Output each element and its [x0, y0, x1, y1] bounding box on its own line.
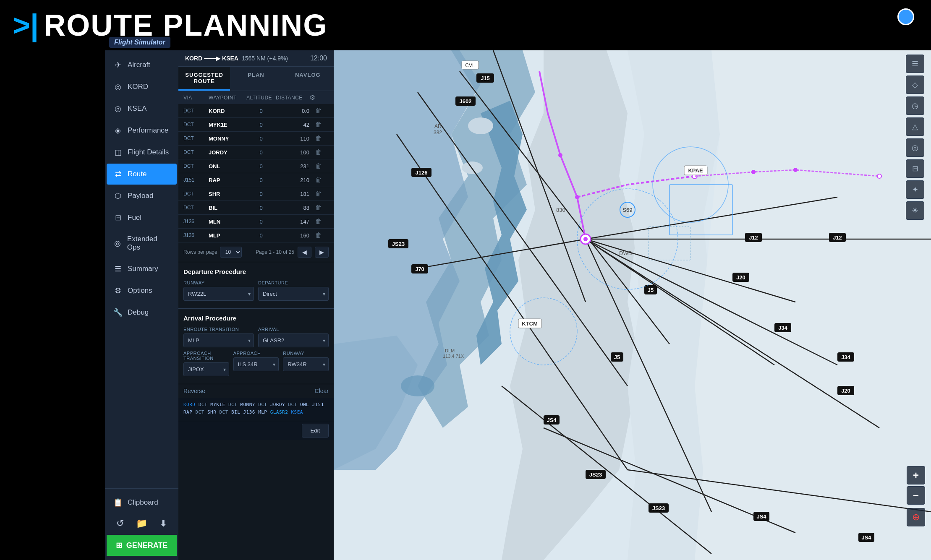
approach-field: Approach ILS 34R	[233, 351, 279, 376]
row-via: J151	[183, 177, 209, 183]
sidebar-item-fuel[interactable]: ⊟ Fuel	[107, 207, 177, 228]
main-panel: KORD ——▶ KSEA 1565 NM (+4.9%) 12:00 Sugg…	[178, 50, 334, 560]
enroute-transition-select[interactable]: MLP	[183, 333, 254, 347]
prev-page-button[interactable]: ◀	[298, 247, 311, 258]
arrival-procedure-title: Arrival Procedure	[183, 315, 329, 322]
departure-field: Departure Direct	[258, 280, 329, 301]
sidebar-item-flight-details[interactable]: ◫ Flight Details	[107, 142, 177, 163]
sidebar-item-aircraft[interactable]: ✈ Aircraft	[107, 55, 177, 76]
sidebar-nav: ✈ Aircraft ◎ KORD ◎ KSEA ◈ Performance ◫…	[105, 50, 178, 488]
download-button[interactable]: ⬇	[157, 516, 170, 531]
destination-airport: KSEA	[222, 55, 238, 62]
delete-row-button[interactable]: 🗑	[309, 148, 322, 156]
zoom-out-button[interactable]: −	[907, 486, 925, 505]
route-seg-8: J136	[243, 409, 259, 415]
svg-text:JS4: JS4	[756, 513, 766, 520]
clear-button[interactable]: Clear	[315, 388, 329, 394]
delete-row-button[interactable]: 🗑	[309, 204, 322, 211]
delete-row-button[interactable]: 🗑	[309, 176, 322, 184]
extended-ops-icon: ◎	[113, 239, 122, 248]
row-waypoint: JORDY	[209, 149, 246, 156]
zoom-in-button[interactable]: +	[907, 466, 925, 484]
generate-icon: ⊞	[116, 541, 122, 550]
undo-button[interactable]: ↺	[114, 516, 126, 531]
sidebar-item-payload[interactable]: ⬡ Payload	[107, 185, 177, 206]
enroute-transition-wrap: MLP	[183, 333, 254, 347]
circle-button[interactable]: ◎	[906, 138, 924, 157]
col-via: Via	[183, 95, 209, 101]
compass-icon: ⊕	[912, 512, 920, 523]
arrival-row-2: Approach Transition JIPOX Approach ILS 3…	[183, 351, 329, 376]
fuel-icon: ⊟	[113, 213, 123, 222]
sidebar-item-flight-details-label: Flight Details	[128, 148, 169, 156]
arrival-runway-wrap: RW34R	[283, 357, 329, 371]
delete-row-button[interactable]: 🗑	[309, 190, 322, 198]
col-distance: Distance	[276, 95, 309, 101]
row-altitude: 0	[246, 163, 276, 169]
clock-button[interactable]: ◷	[906, 96, 924, 115]
sidebar-item-fuel-label: Fuel	[128, 214, 141, 222]
sun-button[interactable]: ☀	[906, 201, 924, 220]
runway-field: Runway RW22L	[183, 280, 254, 301]
tab-plan[interactable]: Plan	[230, 67, 282, 91]
row-waypoint: RAP	[209, 177, 246, 183]
rows-per-page-select[interactable]: 10 25 50	[220, 247, 242, 258]
svg-text:J34: J34	[841, 354, 850, 360]
sidebar-item-ksea-label: KSEA	[128, 104, 146, 113]
delete-row-button[interactable]: 🗑	[309, 162, 322, 170]
table-settings-icon[interactable]: ⚙	[309, 94, 322, 102]
tab-suggested-route[interactable]: Suggested Route	[178, 67, 230, 91]
route-wp-jordy: JORDY	[270, 402, 285, 407]
approach-label: Approach	[233, 351, 279, 356]
triangle-button[interactable]: △	[906, 117, 924, 136]
approach-transition-select[interactable]: JIPOX	[183, 362, 229, 376]
arrival-row-1: Enroute Transition MLP Arrival GLASR2	[183, 327, 329, 347]
arrival-runway-select[interactable]: RW34R	[283, 357, 329, 371]
next-page-button[interactable]: ▶	[315, 247, 329, 258]
sidebar-item-options[interactable]: ⚙ Options	[107, 280, 177, 301]
svg-text:J34: J34	[778, 325, 787, 331]
arrival-runway-label: Runway	[283, 351, 329, 356]
layers-button[interactable]: ☰	[906, 55, 924, 73]
approach-select[interactable]: ILS 34R	[233, 357, 279, 371]
delete-row-button[interactable]: 🗑	[309, 232, 322, 239]
sidebar-item-summary[interactable]: ☰ Summary	[107, 258, 177, 279]
star-icon: ✦	[912, 185, 918, 194]
sidebar-item-extended-ops[interactable]: ◎ Extended Ops	[107, 229, 177, 258]
circle-icon: ◎	[912, 143, 918, 152]
departure-select[interactable]: Direct	[258, 287, 329, 301]
sidebar-item-performance[interactable]: ◈ Performance	[107, 120, 177, 141]
sidebar-item-debug[interactable]: 🔧 Debug	[107, 302, 177, 323]
delete-row-button[interactable]: 🗑	[309, 218, 322, 225]
sidebar: ✈ Aircraft ◎ KORD ◎ KSEA ◈ Performance ◫…	[105, 50, 178, 560]
clipboard-item[interactable]: 📋 Clipboard	[107, 493, 177, 512]
row-altitude: 0	[246, 149, 276, 156]
star-button[interactable]: ✦	[906, 180, 924, 199]
map-area[interactable]: KPAE KTCM J15 J602 J126 JS23 J70 J12 J12…	[334, 50, 931, 560]
runway-select[interactable]: RW22L	[183, 287, 254, 301]
sidebar-item-route[interactable]: ⇄ Route	[107, 164, 177, 185]
delete-row-button[interactable]: 🗑	[309, 121, 322, 128]
route-wp-rap: RAP	[183, 409, 192, 415]
tab-navlog[interactable]: Navlog	[282, 67, 334, 91]
sidebar-item-kord[interactable]: ◎ KORD	[107, 76, 177, 97]
row-distance: 147	[276, 219, 309, 225]
reverse-button[interactable]: Reverse	[183, 388, 205, 394]
delete-row-button[interactable]: 🗑	[309, 107, 322, 115]
row-via: DCT	[183, 205, 209, 211]
row-via: DCT	[183, 149, 209, 155]
camera-button[interactable]: ⊟	[906, 159, 924, 178]
edit-button[interactable]: Edit	[302, 424, 329, 438]
arrival-select[interactable]: GLASR2	[258, 333, 329, 347]
sidebar-item-ksea[interactable]: ◎ KSEA	[107, 98, 177, 119]
debug-icon: 🔧	[113, 308, 123, 317]
generate-button[interactable]: ⊞ Generate	[107, 535, 177, 556]
diamond-button[interactable]: ◇	[906, 76, 924, 94]
compass-button[interactable]: ⊕	[907, 508, 925, 526]
folder-button[interactable]: 📁	[133, 516, 150, 531]
delete-row-button[interactable]: 🗑	[309, 135, 322, 142]
arrow-icon: >|	[13, 10, 39, 40]
svg-text:JS23: JS23	[392, 241, 405, 247]
tab-suggested-route-label: Suggested Route	[185, 72, 223, 84]
departure-select-wrap: Direct	[258, 287, 329, 301]
